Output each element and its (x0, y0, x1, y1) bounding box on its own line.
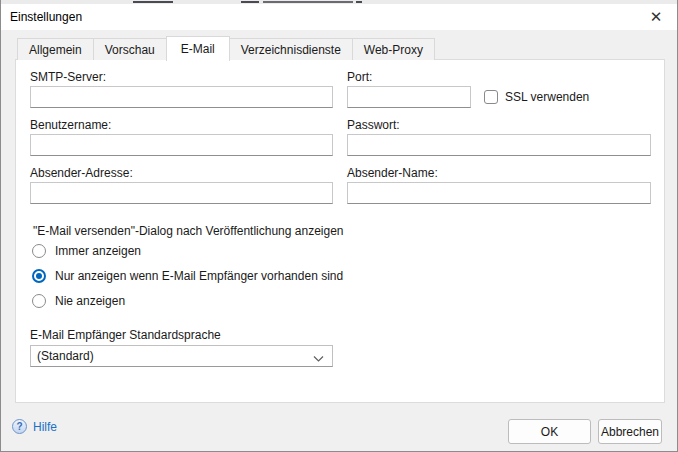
help-icon: ? (12, 419, 27, 434)
port-label: Port: (347, 70, 372, 84)
chevron-down-icon (313, 352, 324, 366)
sender-name-label: Absender-Name: (347, 166, 438, 180)
language-label: E-Mail Empfänger Standardsprache (30, 328, 221, 342)
dialog-title: Einstellungen (1, 10, 82, 24)
ok-button[interactable]: OK (508, 419, 591, 444)
language-select[interactable]: (Standard) (30, 345, 333, 367)
close-icon[interactable]: ✕ (639, 4, 673, 30)
tab-web-proxy[interactable]: Web-Proxy (352, 38, 435, 60)
ssl-checkbox-label: SSL verwenden (505, 90, 589, 104)
radio-label: Immer anzeigen (55, 244, 141, 258)
radio-label: Nur anzeigen wenn E-Mail Empfänger vorha… (55, 269, 343, 283)
radio-nie-anzeigen[interactable]: Nie anzeigen (32, 294, 125, 308)
cancel-button[interactable]: Abbrechen (598, 419, 662, 444)
language-selected-value: (Standard) (37, 349, 94, 363)
email-tab-panel: SMTP-Server: Port: SSL verwenden Benutze… (15, 59, 665, 403)
sender-address-label: Absender-Adresse: (30, 166, 133, 180)
tab-strip: Allgemein Vorschau E-Mail Verzeichnisdie… (17, 35, 434, 60)
tab-email[interactable]: E-Mail (166, 36, 230, 61)
radio-nur-anzeigen[interactable]: Nur anzeigen wenn E-Mail Empfänger vorha… (32, 269, 343, 283)
radio-icon-checked[interactable] (32, 269, 46, 283)
username-label: Benutzername: (30, 118, 111, 132)
ssl-checkbox-row[interactable]: SSL verwenden (484, 90, 589, 104)
tab-vorschau[interactable]: Vorschau (93, 38, 167, 60)
radio-icon-unchecked[interactable] (32, 294, 46, 308)
footer-bar: ? Hilfe OK Abbrechen (1, 403, 678, 451)
sender-address-input[interactable] (30, 182, 333, 204)
settings-dialog: Einstellungen ✕ Allgemein Vorschau E-Mai… (0, 0, 678, 452)
sender-name-input[interactable] (347, 182, 651, 204)
password-label: Passwort: (347, 118, 400, 132)
help-link-label: Hilfe (33, 420, 57, 434)
radio-label: Nie anzeigen (55, 294, 125, 308)
smtp-server-input[interactable] (30, 86, 333, 108)
title-bar: Einstellungen ✕ (1, 4, 678, 30)
radio-icon-unchecked[interactable] (32, 244, 46, 258)
help-link[interactable]: ? Hilfe (12, 419, 57, 434)
username-input[interactable] (30, 134, 333, 156)
tab-allgemein[interactable]: Allgemein (17, 38, 94, 60)
port-input[interactable] (347, 86, 471, 108)
tab-verzeichnisdienste[interactable]: Verzeichnisdienste (229, 38, 353, 60)
send-dialog-group-label: "E-Mail versenden"-Dialog nach Veröffent… (33, 224, 344, 238)
ssl-checkbox[interactable] (484, 90, 498, 104)
radio-immer-anzeigen[interactable]: Immer anzeigen (32, 244, 141, 258)
password-input[interactable] (347, 134, 651, 156)
smtp-server-label: SMTP-Server: (30, 70, 106, 84)
